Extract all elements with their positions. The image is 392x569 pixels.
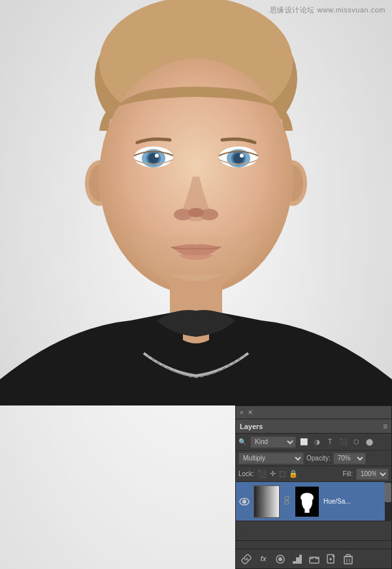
fill-label: Fill: (342, 470, 353, 477)
panel-menu-icon[interactable]: ≡ (383, 422, 387, 431)
panel-header: Layers ≡ (236, 419, 391, 434)
layers-scrollbar[interactable] (385, 482, 391, 521)
layer-empty-area (236, 521, 391, 541)
lock-row: Lock: ⬛ ✛ ⬚ 🔒 Fill: 100% 50% 75% (236, 466, 391, 482)
svg-rect-37 (293, 561, 296, 564)
kind-dropdown[interactable]: Kind Name Effect Mode (250, 436, 296, 448)
watermark-text: 思缘设计论坛 www.missvuan.com (270, 6, 385, 14)
pixel-filter-icon[interactable]: ⬜ (299, 437, 309, 447)
layer-mask-thumbnail (294, 485, 320, 518)
kind-row: 🔍 Kind Name Effect Mode ⬜ ◑ T ⬛ ⬡ ⬤ (236, 434, 391, 451)
new-group-button[interactable] (308, 553, 321, 566)
lock-move-icon[interactable]: ✛ (270, 470, 276, 478)
portrait-svg (0, 0, 392, 405)
svg-rect-33 (304, 508, 309, 512)
svg-point-14 (155, 154, 159, 158)
add-mask-button[interactable] (274, 553, 287, 566)
svg-rect-26 (254, 486, 279, 517)
layer-thumbnail (253, 485, 280, 518)
smart-filter-icon[interactable]: ⬡ (351, 437, 361, 447)
portrait-container (0, 0, 392, 405)
watermark: 思缘设计论坛 www.missvuan.com (270, 5, 385, 15)
lock-all-icon[interactable]: 🔒 (289, 470, 298, 478)
delete-layer-button[interactable] (342, 553, 355, 566)
shape-icon[interactable]: ⬛ (338, 437, 348, 447)
lock-pixel-icon[interactable]: ⬛ (257, 470, 267, 478)
opacity-select[interactable]: 70% 100% 50% (333, 453, 366, 464)
svg-point-19 (240, 154, 244, 158)
fill-select[interactable]: 100% 50% 75% (356, 468, 389, 480)
layer-fx-button[interactable]: fx (257, 553, 270, 566)
svg-rect-44 (344, 557, 352, 564)
svg-line-34 (245, 558, 248, 560)
svg-point-22 (188, 208, 204, 217)
svg-point-32 (302, 494, 312, 509)
svg-point-36 (278, 557, 282, 561)
layer-visibility-toggle[interactable] (238, 496, 250, 508)
panel-title: Layers (240, 422, 263, 430)
svg-rect-46 (346, 555, 350, 557)
close-icon[interactable]: ✕ (248, 409, 253, 416)
blend-mode-dropdown[interactable]: Normal Multiply Screen Overlay (238, 453, 304, 464)
add-adjustment-button[interactable] (291, 553, 304, 566)
lock-label: Lock: (238, 470, 254, 477)
layer-name: Hue/Sa... (323, 498, 389, 505)
new-layer-button[interactable] (325, 553, 338, 566)
link-layers-button[interactable] (240, 553, 253, 566)
lock-artboard-icon[interactable]: ⬚ (279, 470, 286, 478)
svg-point-25 (242, 500, 246, 504)
scroll-thumb[interactable] (385, 483, 391, 502)
svg-rect-28 (285, 501, 289, 504)
layer-options-icon[interactable]: ⬤ (364, 437, 374, 447)
adjust-icon[interactable]: ◑ (312, 437, 322, 447)
layer-item[interactable]: Hue/Sa... (236, 482, 391, 521)
svg-rect-39 (299, 555, 302, 564)
svg-rect-27 (285, 496, 289, 500)
layers-panel: « ✕ Layers ≡ 🔍 Kind Name Effect Mode ⬜ ◑… (235, 405, 392, 569)
panel-topbar: « ✕ (236, 406, 391, 419)
collapse-icon[interactable]: « (240, 409, 244, 416)
opacity-label: Opacity: (306, 455, 331, 462)
svg-rect-38 (296, 557, 299, 564)
type-icon[interactable]: T (325, 437, 335, 447)
layer-chain-icon (283, 495, 291, 508)
panel-toolbar: fx (236, 549, 391, 568)
search-icon: 🔍 (238, 438, 246, 445)
blend-row: Normal Multiply Screen Overlay Opacity: … (236, 451, 391, 466)
